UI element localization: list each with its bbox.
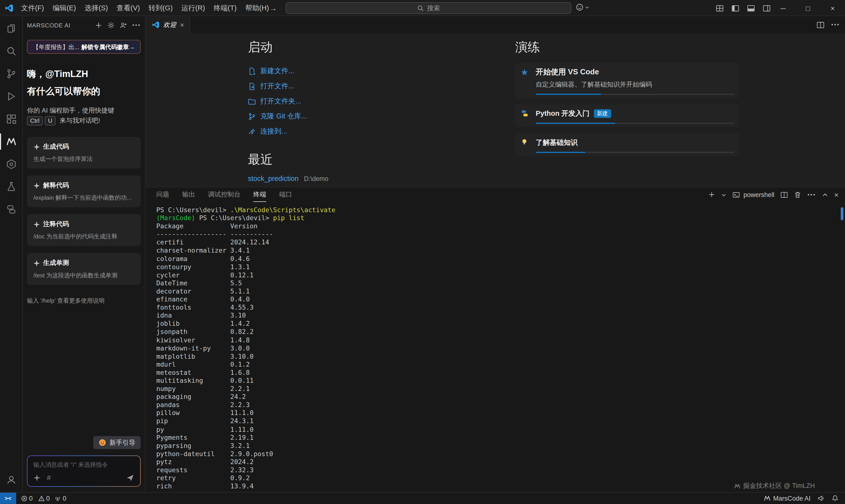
terminal-command-line: (MarsCode) PS C:\Users\devil> pip list [156, 214, 839, 222]
terminal-output-line: decorator 5.1.1 [156, 287, 839, 296]
nav-forward-icon[interactable]: → [270, 4, 277, 12]
toggle-panel-icon[interactable] [747, 4, 755, 12]
extensions-icon[interactable] [0, 108, 22, 130]
source-control-icon[interactable] [0, 62, 22, 85]
ai-command-card[interactable]: 生成代码生成一个冒泡排序算法 [27, 137, 141, 168]
copilot-menu[interactable] [575, 3, 589, 11]
ai-card-title-text: 注释代码 [43, 220, 69, 229]
chat-input[interactable]: 输入消息或者 "/" 来选择指令 # [28, 456, 140, 486]
onboarding-label: 新手引导 [109, 438, 135, 447]
window-controls: ─ □ × [771, 0, 845, 16]
terminal-scrollbar[interactable] [841, 208, 843, 220]
ports-status[interactable]: 0 [55, 494, 67, 502]
ai-command-cards: 生成代码生成一个冒泡排序算法解释代码/explain 解释一下当前选中函数的功.… [27, 137, 141, 285]
split-editor-icon[interactable] [816, 21, 825, 29]
marscode-status-item[interactable]: MarsCode AI [763, 494, 811, 502]
maximize-panel-icon[interactable] [822, 192, 828, 198]
menu-item[interactable]: 查看(V) [112, 1, 144, 15]
git-icon [248, 112, 256, 121]
start-link[interactable]: 打开文件... [248, 79, 480, 94]
menu-item[interactable]: 文件(F) [17, 1, 48, 15]
feedback-megaphone-icon[interactable] [817, 495, 825, 502]
toggle-secondary-sidebar-icon[interactable] [763, 4, 771, 12]
global-search-input[interactable]: 搜索 [286, 2, 571, 14]
send-icon[interactable] [126, 474, 134, 482]
menu-item[interactable]: 运行(R) [177, 1, 209, 15]
chat-input-placeholder: 输入消息或者 "/" 来选择指令 [33, 461, 134, 469]
shell-selector[interactable]: powershell [732, 191, 774, 198]
error-count: 0 [29, 494, 33, 502]
settings-gear-icon[interactable] [107, 22, 115, 29]
panel-tab-输出[interactable]: 输出 [182, 187, 195, 202]
split-terminal-icon[interactable] [780, 191, 788, 198]
close-button[interactable]: × [820, 0, 845, 16]
menu-item[interactable]: 选择(S) [80, 1, 112, 15]
hexagon-extension-icon[interactable] [0, 153, 22, 176]
tab-close-icon[interactable]: × [180, 21, 184, 29]
panel-tab-端口[interactable]: 端口 [279, 187, 292, 202]
new-chat-icon[interactable] [95, 22, 102, 29]
terminal-output-line: certifi 2024.12.14 [156, 239, 839, 247]
greeting-username: 嗨，@TimLZH [27, 68, 141, 80]
search-sidebar-icon[interactable] [0, 40, 22, 62]
run-debug-icon[interactable] [0, 85, 22, 108]
toggle-sidebar-icon[interactable] [731, 4, 740, 12]
walkthrough-title: 了解基础知识 [536, 138, 578, 147]
panel-tab-问题[interactable]: 问题 [156, 187, 169, 202]
ai-command-card[interactable]: 生成单测/test 为这段选中的函数生成单测 [27, 253, 141, 285]
sparkle-icon [33, 260, 40, 266]
recent-item[interactable]: stock_predictionD:\demo [248, 175, 480, 186]
walkthrough-progress-track [536, 123, 734, 124]
tab-welcome[interactable]: 欢迎 × [145, 16, 190, 33]
panel-more-icon[interactable]: ··· [807, 190, 816, 199]
customize-layout-icon[interactable] [716, 4, 724, 12]
powershell-icon [732, 191, 740, 198]
new-terminal-icon[interactable] [708, 191, 715, 198]
menu-item[interactable]: 编辑(E) [48, 1, 81, 15]
maximize-button[interactable]: □ [795, 0, 820, 16]
more-actions-icon[interactable]: ··· [132, 20, 141, 30]
terminal[interactable]: PS C:\Users\devil> .\MarsCode\Scripts\ac… [156, 206, 839, 492]
sparkle-icon[interactable] [33, 474, 40, 481]
onboarding-button[interactable]: 新手引导 [93, 436, 141, 449]
python-icon[interactable] [0, 198, 22, 221]
menu-item[interactable]: 终端(T) [209, 1, 241, 15]
walkthrough-card[interactable]: ★开始使用 VS Code自定义编辑器、了解基础知识并开始编码 [515, 63, 740, 98]
close-panel-icon[interactable]: × [834, 190, 839, 199]
start-link[interactable]: 打开文件夹... [248, 94, 480, 109]
recent-name-link[interactable]: stock_prediction [248, 175, 298, 183]
panel-tab-调试控制台[interactable]: 调试控制台 [208, 187, 240, 202]
problems-status[interactable]: 0 0 [21, 494, 50, 502]
walkthrough-card[interactable]: Python 开发入门新建 [515, 104, 740, 127]
panel-tab-终端[interactable]: 终端 [253, 187, 266, 202]
editor-more-actions-icon[interactable]: ··· [831, 20, 840, 30]
test-flask-icon[interactable] [0, 176, 22, 198]
notifications-bell-icon[interactable] [831, 495, 839, 502]
start-link[interactable]: 克隆 Git 仓库... [248, 109, 480, 124]
ai-command-card[interactable]: 注释代码/doc 为当前选中的代码生成注释 [27, 214, 141, 246]
ai-command-card[interactable]: 解释代码/explain 解释一下当前选中函数的功... [27, 176, 141, 208]
annual-report-banner[interactable]: 【年度报告】出... 解锁专属代码徽章→ [27, 40, 141, 54]
kill-terminal-icon[interactable] [794, 191, 801, 198]
start-link-label: 打开文件... [260, 81, 294, 91]
remote-indicator[interactable]: >< [0, 493, 16, 504]
explorer-icon[interactable] [0, 17, 22, 40]
ai-card-desc: /doc 为当前选中的代码生成注释 [33, 233, 134, 241]
terminal-dropdown-icon[interactable] [721, 192, 726, 197]
invite-user-icon[interactable] [120, 22, 127, 29]
nav-back-icon[interactable]: ← [254, 4, 262, 12]
remote-icon [248, 127, 256, 136]
sparkle-icon [33, 143, 40, 150]
start-link[interactable]: 新建文件... [248, 64, 480, 79]
help-hint: 输入 '/help' 查看更多使用说明 [27, 296, 141, 305]
minimize-button[interactable]: ─ [771, 0, 795, 16]
terminal-output-line: cycler 0.12.1 [156, 271, 839, 279]
walkthrough-card[interactable]: 了解基础知识 [515, 133, 740, 156]
account-icon[interactable] [0, 467, 22, 492]
start-link[interactable]: 连接到... [248, 124, 480, 139]
marscode-ai-icon[interactable] [0, 130, 22, 153]
walkthrough-body: 开始使用 VS Code自定义编辑器、了解基础知识并开始编码 [536, 67, 734, 95]
hash-context-button[interactable]: # [47, 474, 51, 482]
menu-item[interactable]: 转到(G) [144, 1, 177, 15]
ai-card-title: 生成单测 [33, 258, 134, 268]
